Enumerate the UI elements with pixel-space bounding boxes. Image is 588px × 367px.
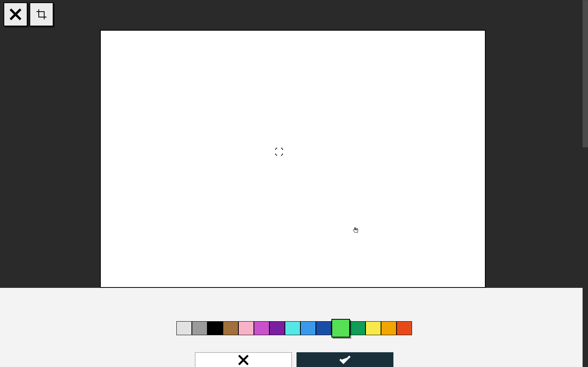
color-swatch[interactable]	[176, 321, 192, 335]
color-swatch[interactable]	[316, 321, 331, 335]
color-swatch[interactable]	[300, 321, 316, 335]
color-swatch[interactable]	[397, 321, 412, 335]
color-swatch[interactable]	[331, 319, 350, 338]
check-icon	[340, 356, 350, 364]
action-row	[195, 352, 393, 367]
confirm-button[interactable]	[297, 352, 393, 367]
crop-button[interactable]	[29, 2, 53, 26]
color-swatch[interactable]	[223, 321, 238, 335]
bottom-panel	[0, 288, 588, 367]
hand-cursor-icon	[352, 227, 359, 234]
color-swatch[interactable]	[207, 321, 223, 335]
color-swatch[interactable]	[381, 321, 397, 335]
cancel-button[interactable]	[195, 352, 292, 367]
canvas[interactable]	[100, 30, 486, 288]
selection-marker-icon	[275, 148, 283, 156]
color-swatch[interactable]	[366, 321, 381, 335]
scrollbar-thumb[interactable]	[583, 0, 588, 147]
crop-icon	[36, 9, 47, 20]
color-swatch[interactable]	[269, 321, 285, 335]
close-button[interactable]	[3, 2, 28, 26]
scrollbar-vertical[interactable]	[583, 0, 588, 367]
color-swatch[interactable]	[350, 321, 366, 335]
top-toolbar	[3, 2, 53, 26]
color-swatch[interactable]	[238, 321, 254, 335]
color-swatch[interactable]	[192, 321, 207, 335]
close-icon	[10, 9, 21, 20]
color-swatch[interactable]	[254, 321, 269, 335]
close-icon	[238, 355, 248, 365]
color-palette	[176, 319, 412, 338]
color-swatch[interactable]	[285, 321, 300, 335]
